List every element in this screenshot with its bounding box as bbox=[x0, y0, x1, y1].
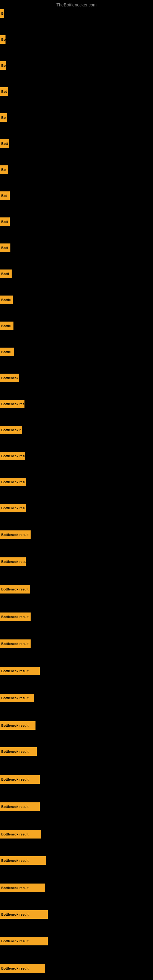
bar-item: Bottleneck result bbox=[0, 883, 45, 892]
bar-item: Bottleneck result bbox=[0, 856, 46, 865]
bar-label: Bottleneck resu bbox=[1, 402, 24, 406]
bar-label: Bottle bbox=[1, 350, 11, 354]
bar-item: Bottleneck result bbox=[0, 452, 25, 460]
bar-item: Bottleneck result bbox=[0, 802, 40, 811]
bar-label: Bottl bbox=[1, 272, 9, 275]
bar-label: Bottleneck result bbox=[1, 913, 29, 916]
bar-label: Bottleneck result bbox=[1, 480, 26, 484]
bar-label: Bottleneck result bbox=[1, 587, 29, 591]
bar-item: Bottleneck resu bbox=[0, 557, 26, 566]
bar-item: Bottleneck result bbox=[0, 694, 33, 702]
bar-item: Bottleneck result bbox=[0, 530, 30, 539]
bar-label: Bo bbox=[1, 38, 5, 41]
bar-item: Bot bbox=[0, 87, 8, 96]
bar-item: Bottleneck result bbox=[0, 964, 45, 973]
bar-item: Bottleneck resu bbox=[0, 400, 24, 408]
bar-item: Bottleneck result bbox=[0, 640, 30, 648]
bar-label: Bottleneck result bbox=[1, 832, 29, 836]
bar-label: Bot bbox=[1, 90, 7, 94]
bar-label: Bottleneck resu bbox=[1, 560, 26, 563]
bar-item: Bottleneck result bbox=[0, 478, 26, 486]
bar-label: Bottleneck result bbox=[1, 533, 29, 536]
bar-label: Bottleneck result bbox=[1, 615, 29, 619]
bar-label: Bottleneck result bbox=[1, 669, 29, 673]
bar-item: Bottle bbox=[0, 296, 13, 304]
bar-item: Bottleneck result bbox=[0, 747, 37, 756]
bar-label: Bott bbox=[1, 246, 8, 250]
bar-label: Bottle bbox=[1, 298, 11, 302]
bar-label: Bottleneck result bbox=[1, 696, 29, 700]
bar-item: Bott bbox=[0, 139, 9, 148]
bar-label: Bottleneck result bbox=[1, 506, 26, 510]
bar-label: Bottleneck result bbox=[1, 454, 25, 458]
bar-label: Bottleneck result bbox=[1, 642, 29, 646]
bar-label: Bottleneck result bbox=[1, 967, 29, 970]
bar-item: Bottle bbox=[0, 348, 14, 356]
bar-label: Bo bbox=[1, 168, 6, 172]
bar-label: Bottle bbox=[1, 324, 11, 328]
bar-label: B bbox=[1, 12, 4, 15]
bar-item: Bo bbox=[0, 61, 6, 70]
bar-label: Bottleneck result bbox=[1, 939, 29, 943]
bar-item: Bottleneck r bbox=[0, 426, 22, 434]
site-title: TheBottlenecker.com bbox=[0, 0, 153, 9]
bar-label: Bott bbox=[1, 142, 8, 145]
bar-item: Bottleneck bbox=[0, 374, 19, 382]
bar-item: Bottl bbox=[0, 269, 12, 278]
bar-item: Bottleneck result bbox=[0, 612, 30, 621]
bar-item: Bottleneck result bbox=[0, 721, 35, 730]
bar-item: Bo bbox=[0, 35, 5, 44]
bar-item: Bot bbox=[0, 191, 10, 200]
bar-item: Bottleneck result bbox=[0, 937, 48, 945]
bar-item: Bo bbox=[0, 113, 7, 122]
bar-item: Bottleneck result bbox=[0, 910, 48, 919]
bar-item: Bo bbox=[0, 165, 8, 174]
bar-label: Bo bbox=[1, 64, 6, 67]
bar-label: Bo bbox=[1, 116, 6, 119]
bar-label: Bottleneck result bbox=[1, 805, 29, 808]
bar-item: Bottleneck result bbox=[0, 775, 40, 784]
bar-item: Bott bbox=[0, 243, 10, 252]
bar-label: Bottleneck result bbox=[1, 724, 29, 727]
bar-item: B bbox=[0, 9, 4, 18]
bar-label: Bottleneck result bbox=[1, 886, 29, 890]
bar-item: Bottleneck result bbox=[0, 667, 40, 675]
bar-item: Bottle bbox=[0, 321, 13, 330]
bar-item: Bottleneck result bbox=[0, 585, 30, 593]
bar-label: Bottleneck bbox=[1, 376, 18, 380]
bar-item: Bottleneck result bbox=[0, 830, 41, 838]
bar-item: Bottleneck result bbox=[0, 504, 26, 512]
bar-label: Bot bbox=[1, 194, 7, 197]
bar-label: Bottleneck result bbox=[1, 859, 29, 862]
bar-label: Bott bbox=[1, 220, 8, 224]
bar-label: Bottleneck r bbox=[1, 428, 21, 432]
bar-item: Bott bbox=[0, 218, 10, 226]
bar-label: Bottleneck result bbox=[1, 778, 29, 781]
bar-label: Bottleneck result bbox=[1, 750, 29, 753]
